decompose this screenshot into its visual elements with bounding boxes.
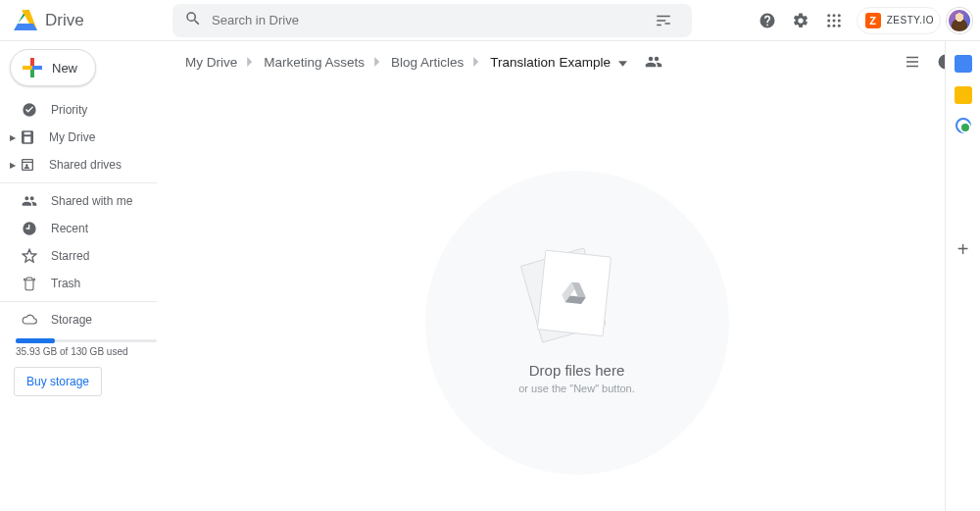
sidebar-item-storage[interactable]: Storage	[0, 306, 172, 333]
sidebar-item-mydrive[interactable]: ▶ My Drive	[0, 124, 172, 151]
settings-icon[interactable]	[784, 4, 817, 37]
sidebar-item-trash[interactable]: Trash	[0, 270, 172, 297]
drive-icon	[20, 129, 35, 145]
svg-point-3	[832, 14, 835, 17]
empty-title: Drop files here	[529, 362, 625, 379]
sidebar-item-sharedwithme[interactable]: Shared with me	[0, 187, 172, 215]
shared-drives-icon	[20, 157, 35, 173]
breadcrumb: My Drive Marketing Assets Blog Articles …	[173, 41, 980, 82]
svg-point-2	[827, 14, 830, 17]
app-name: Drive	[45, 11, 84, 30]
sidebar-item-priority[interactable]: Priority	[0, 96, 172, 124]
svg-point-9	[832, 24, 835, 26]
brand-name: ZESTY.IO	[887, 15, 934, 26]
apps-icon[interactable]	[817, 4, 851, 37]
add-addon-icon[interactable]: +	[957, 239, 969, 259]
header: Drive Z ZESTY.IO	[0, 0, 980, 41]
svg-rect-0	[665, 23, 670, 25]
sidebar-item-label: Shared drives	[49, 158, 122, 172]
recent-icon	[22, 221, 37, 236]
breadcrumb-item[interactable]: Blog Articles	[387, 51, 467, 74]
new-button[interactable]: New	[10, 49, 96, 86]
storage-usage-text: 35.93 GB of 130 GB used	[16, 346, 172, 357]
drive-logo-icon	[14, 9, 37, 32]
expand-icon[interactable]: ▶	[8, 161, 18, 170]
sidebar-item-label: Starred	[51, 249, 89, 263]
tasks-icon[interactable]	[956, 118, 971, 133]
breadcrumb-item-current[interactable]: Translation Example	[486, 51, 614, 74]
search-options-icon[interactable]	[647, 4, 680, 37]
chevron-right-icon	[374, 53, 381, 71]
storage-icon	[22, 312, 37, 328]
sidebar-item-recent[interactable]: Recent	[0, 215, 172, 242]
sidebar-item-label: Storage	[51, 313, 92, 327]
sidebar-item-label: My Drive	[49, 130, 95, 144]
keep-icon[interactable]	[955, 86, 972, 104]
main-area: My Drive Marketing Assets Blog Articles …	[172, 41, 980, 511]
search-icon	[184, 10, 202, 31]
brand-logo-icon: Z	[865, 13, 881, 28]
sidebar-item-shareddrives[interactable]: ▶ Shared drives	[0, 151, 172, 179]
svg-point-7	[837, 19, 840, 22]
expand-icon[interactable]: ▶	[8, 133, 18, 142]
support-icon[interactable]	[751, 4, 784, 37]
sidebar-item-label: Recent	[51, 222, 88, 235]
share-people-icon[interactable]	[637, 45, 670, 78]
sidebar-item-label: Trash	[51, 277, 80, 290]
breadcrumb-dropdown-icon[interactable]	[618, 53, 627, 71]
svg-point-4	[837, 14, 840, 17]
shared-icon	[22, 193, 37, 209]
list-view-icon[interactable]	[896, 45, 929, 78]
svg-point-5	[827, 19, 830, 22]
plus-icon	[23, 58, 42, 77]
star-icon	[22, 248, 37, 264]
account-avatar[interactable]	[947, 8, 972, 33]
sidebar: New Priority ▶ My Drive ▶ Shared drives …	[0, 41, 172, 511]
empty-subtitle: or use the "New" button.	[518, 383, 635, 394]
account-brand[interactable]: Z ZESTY.IO	[857, 7, 941, 34]
calendar-icon[interactable]	[955, 55, 972, 73]
priority-icon	[22, 102, 37, 118]
svg-point-8	[827, 24, 830, 26]
svg-point-10	[837, 24, 840, 26]
search-input[interactable]	[212, 13, 647, 27]
breadcrumb-item[interactable]: Marketing Assets	[260, 51, 368, 74]
buy-storage-button[interactable]: Buy storage	[14, 367, 102, 396]
sidebar-item-starred[interactable]: Starred	[0, 242, 172, 270]
svg-point-6	[832, 19, 835, 22]
chevron-right-icon	[473, 53, 480, 71]
new-button-label: New	[52, 61, 77, 76]
trash-icon	[22, 276, 37, 291]
search-bar[interactable]	[172, 4, 692, 37]
sidebar-item-label: Shared with me	[51, 194, 132, 208]
storage-usage-bar	[16, 339, 157, 342]
side-panel: +	[945, 41, 980, 511]
empty-files-icon	[533, 252, 621, 340]
drop-zone[interactable]: Drop files here or use the "New" button.	[425, 171, 729, 475]
logo[interactable]: Drive	[14, 9, 172, 32]
breadcrumb-item[interactable]: My Drive	[181, 51, 241, 74]
sidebar-item-label: Priority	[51, 103, 87, 117]
empty-state: Drop files here or use the "New" button.	[173, 82, 980, 511]
chevron-right-icon	[247, 53, 254, 71]
